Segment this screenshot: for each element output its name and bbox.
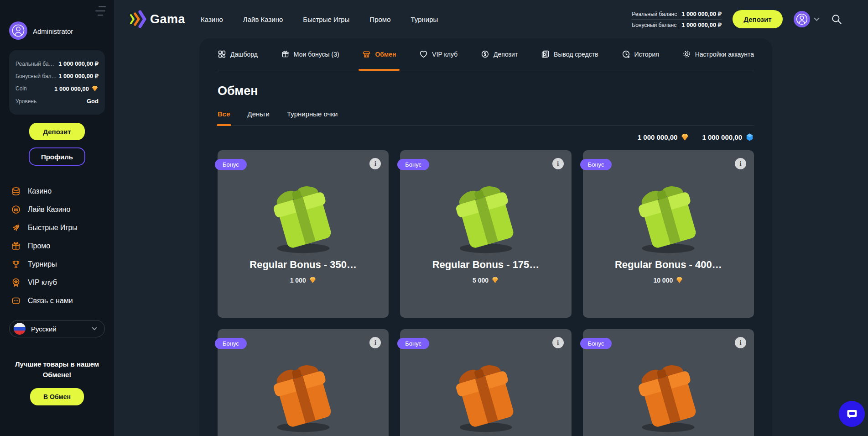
- sidebar-toggle-icon[interactable]: [95, 6, 106, 16]
- card-price: 5 000: [400, 276, 571, 284]
- top-nav-casino[interactable]: Казино: [201, 16, 223, 23]
- bonus-card[interactable]: Бонус i Regular Bonus - 350… 1 000: [218, 150, 389, 318]
- bonus-badge: Бонус: [215, 338, 247, 349]
- sidebar-item-label: Связь с нами: [28, 297, 73, 305]
- gift-icon: [281, 50, 290, 58]
- heart-icon: [419, 50, 428, 58]
- info-icon[interactable]: i: [552, 158, 564, 169]
- logo-text: Gama: [150, 12, 185, 26]
- gem-blue-icon: [745, 133, 754, 142]
- sidebar-item-live-casino[interactable]: Лайв Казино: [9, 200, 105, 219]
- card-price-value: 5 000: [473, 277, 489, 284]
- username: Administrator: [33, 27, 73, 35]
- coin-balance-row: Coin 1 000 000,00: [16, 82, 99, 95]
- tab-account-settings[interactable]: Настройки аккаунта: [682, 38, 754, 70]
- search-button[interactable]: [831, 13, 842, 25]
- sidebar-user[interactable]: Administrator: [9, 21, 105, 41]
- tab-withdraw[interactable]: Вывод средств: [541, 38, 598, 70]
- gift-icon: [11, 241, 21, 251]
- account-tabs: Дашборд Мои бонусы (3) Обмен VIP клуб Де…: [218, 38, 754, 70]
- logo[interactable]: Gama: [129, 10, 185, 28]
- real-balance-value: 1 000 000,00 ₽: [681, 11, 722, 17]
- tab-label: Дашборд: [230, 51, 258, 58]
- sidebar-item-casino[interactable]: Казино: [9, 182, 105, 200]
- shop-filters: Все Деньги Турнирные очки: [218, 110, 754, 126]
- sidebar-profile-button[interactable]: Профиль: [29, 147, 85, 166]
- bonus-card[interactable]: Бонус i Regular Bonus - 400… 10 000: [583, 150, 754, 318]
- info-icon[interactable]: i: [552, 337, 564, 348]
- casino-chips-icon: [11, 186, 21, 196]
- tab-dashboard[interactable]: Дашборд: [218, 38, 258, 70]
- sidebar-deposit-button[interactable]: Депозит: [29, 123, 85, 140]
- user-avatar-icon: [9, 21, 27, 41]
- bonus-balance-label: Бонусный бал…: [16, 73, 57, 79]
- tab-label: Настройки аккаунта: [695, 51, 754, 58]
- promo-text: Лучшие товары в нашем Обмене!: [9, 359, 105, 380]
- russia-flag-icon: [14, 323, 26, 335]
- sidebar-item-label: VIP клуб: [28, 278, 57, 287]
- shop-link-button[interactable]: В Обмен: [30, 388, 84, 405]
- sidebar-item-contact[interactable]: Связь с нами: [9, 292, 105, 310]
- wallet-points: 1 000 000,00: [702, 133, 754, 142]
- top-nav-promo[interactable]: Промо: [369, 16, 390, 23]
- level-value: God: [87, 98, 99, 105]
- info-icon[interactable]: i: [369, 158, 381, 169]
- tab-label: История: [634, 51, 659, 58]
- language-selector[interactable]: Русский: [9, 320, 105, 337]
- real-balance-row: Реальный ба… 1 000 000,00 ₽: [16, 58, 99, 70]
- gem-orange-icon: [91, 85, 99, 92]
- page-title: Обмен: [218, 84, 754, 98]
- chat-icon: [11, 296, 21, 306]
- gift-box-image: [440, 179, 531, 257]
- tab-shop[interactable]: Обмен: [362, 38, 396, 70]
- tab-history[interactable]: История: [622, 38, 659, 70]
- header-real-balance: Реальный баланс 1 000 000,00 ₽: [632, 9, 722, 20]
- sidebar-item-fast-games[interactable]: Быстрые Игры: [9, 219, 105, 237]
- chevron-down-icon: [92, 327, 97, 331]
- withdraw-icon: [541, 50, 550, 58]
- bonus-balance-value: 1 000 000,00 ₽: [58, 73, 99, 79]
- top-nav-live-casino[interactable]: Лайв Казино: [243, 16, 283, 23]
- sidebar-item-tournaments[interactable]: Турниры: [9, 255, 105, 273]
- header-deposit-button[interactable]: Депозит: [733, 10, 783, 28]
- sidebar: Administrator Реальный ба… 1 000 000,00 …: [0, 0, 114, 436]
- tab-vip-club[interactable]: VIP клуб: [419, 38, 457, 70]
- bonus-card[interactable]: Бонус i: [400, 329, 571, 436]
- bonus-card[interactable]: Бонус i: [583, 329, 754, 436]
- card-price: 1 000: [218, 276, 389, 284]
- gear-icon: [682, 50, 691, 58]
- tab-my-bonuses[interactable]: Мои бонусы (3): [281, 38, 339, 70]
- tab-label: VIP клуб: [432, 51, 457, 58]
- level-row: Уровень God: [16, 95, 99, 107]
- real-balance-label: Реальный ба…: [16, 61, 54, 67]
- info-icon[interactable]: i: [369, 337, 381, 348]
- account-menu[interactable]: [794, 11, 820, 27]
- sidebar-item-vip-club[interactable]: VIP клуб: [9, 273, 105, 292]
- real-balance-label: Реальный баланс: [632, 11, 677, 17]
- card-price: 10 000: [583, 276, 754, 284]
- info-icon[interactable]: i: [735, 337, 746, 348]
- gift-box-image: [258, 357, 349, 436]
- rocket-icon: [11, 223, 21, 233]
- top-nav-tournaments[interactable]: Турниры: [411, 16, 438, 23]
- filter-money[interactable]: Деньги: [248, 110, 270, 125]
- sidebar-item-label: Лайв Казино: [28, 205, 70, 214]
- filter-all[interactable]: Все: [218, 110, 230, 125]
- filter-tournament-points[interactable]: Турнирные очки: [287, 110, 338, 125]
- bonus-badge: Бонус: [397, 159, 429, 170]
- info-icon[interactable]: i: [735, 158, 746, 169]
- sidebar-item-promo[interactable]: Промо: [9, 237, 105, 255]
- top-nav-fast-games[interactable]: Быстрые Игры: [303, 16, 349, 23]
- coin-icon: [481, 50, 489, 58]
- bonus-card[interactable]: Бонус i Regular Bonus - 175… 5 000: [400, 150, 571, 318]
- bonus-card[interactable]: Бонус i: [218, 329, 389, 436]
- tab-deposit[interactable]: Депозит: [481, 38, 518, 70]
- gift-box-image: [440, 357, 531, 436]
- chat-bubble-icon: [846, 408, 858, 420]
- wallet-points-value: 1 000 000,00: [702, 133, 742, 141]
- header-bonus-balance: Бонусный баланс 1 000 000,00 ₽: [632, 20, 722, 30]
- gem-orange-icon: [676, 276, 683, 284]
- gift-box-image: [623, 179, 714, 257]
- support-chat-button[interactable]: [839, 401, 865, 427]
- shop-cards-grid: Бонус i Regular Bonus - 350… 1 000 Бонус…: [218, 150, 754, 436]
